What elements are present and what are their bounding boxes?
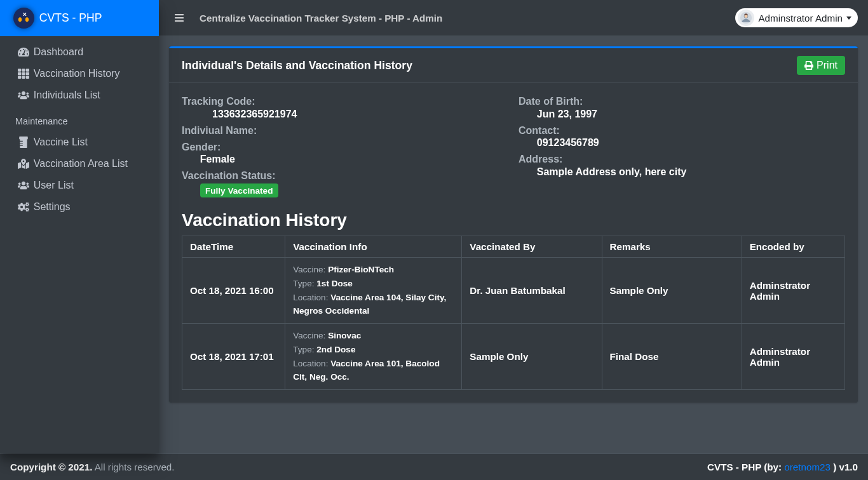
- brand-logo-icon: [13, 8, 34, 29]
- users-icon: [15, 90, 32, 101]
- th-list-icon: [15, 68, 32, 79]
- footer-app: CVTS - PHP (by:: [707, 462, 784, 472]
- name-label: Indiviual Name:: [182, 125, 508, 137]
- caret-down-icon: [846, 17, 851, 20]
- details-card: Individual's Details and Vaccination His…: [169, 46, 858, 403]
- sidebar-item-vaccination-history[interactable]: Vaccination History: [5, 63, 154, 84]
- brand-text: CVTS - PHP: [39, 10, 102, 26]
- status-badge: Fully Vaccinated: [200, 183, 278, 197]
- print-label: Print: [817, 60, 837, 71]
- nav-label: Settings: [34, 201, 71, 213]
- table-header: Vaccinated By: [462, 236, 602, 258]
- gender-value: Female: [182, 154, 508, 165]
- nav-label: User List: [34, 180, 74, 191]
- footer-copyright-rest: All rights reserved.: [92, 462, 174, 472]
- sidebar-item-individuals-list[interactable]: Individuals List: [5, 84, 154, 106]
- sidebar-item-settings[interactable]: Settings: [5, 196, 154, 218]
- tracking-label: Tracking Code:: [182, 96, 508, 107]
- contact-label: Contact:: [519, 125, 845, 137]
- table-header: Remarks: [602, 236, 742, 258]
- dashboard-icon: [15, 46, 32, 58]
- nav-label: Vaccine List: [34, 137, 88, 148]
- cell-datetime: Oct 18, 2021 16:00: [182, 258, 285, 324]
- cell-encoded: Adminstrator Admin: [742, 324, 844, 390]
- user-menu[interactable]: Adminstrator Admin: [735, 8, 858, 27]
- footer-tail: ) v1.0: [831, 462, 858, 472]
- gender-label: Gender:: [182, 142, 508, 153]
- sidebar-nav: DashboardVaccination HistoryIndividuals …: [0, 41, 159, 218]
- nav-label: Vaccination History: [34, 68, 120, 79]
- cell-remarks: Sample Only: [602, 258, 742, 324]
- address-label: Address:: [519, 154, 845, 165]
- tracking-value: 133632365921974: [182, 109, 508, 120]
- sidebar: CVTS - PHP DashboardVaccination HistoryI…: [0, 0, 159, 453]
- dob-value: Jun 23, 1997: [519, 109, 845, 120]
- nav-label: Dashboard: [34, 46, 83, 58]
- card-title: Individual's Details and Vaccination His…: [182, 59, 412, 72]
- cell-remarks: Final Dose: [602, 324, 742, 390]
- contact-value: 09123456789: [519, 137, 845, 149]
- history-title: Vaccination History: [182, 210, 845, 230]
- prescription-icon: [15, 137, 32, 148]
- sidebar-item-dashboard[interactable]: Dashboard: [5, 41, 154, 63]
- top-navbar: Centralize Vaccination Tracker System - …: [159, 0, 868, 36]
- print-button[interactable]: Print: [797, 56, 845, 75]
- table-header: DateTime: [182, 236, 285, 258]
- table-header: Encoded by: [742, 236, 844, 258]
- cell-vinfo: Vaccine: Pfizer-BioNTechType: 1st DoseLo…: [285, 258, 462, 324]
- sidebar-item-vaccination-area-list[interactable]: Vaccination Area List: [5, 153, 154, 175]
- history-table: DateTimeVaccination InfoVaccinated ByRem…: [182, 236, 845, 390]
- cell-encoded: Adminstrator Admin: [742, 258, 844, 324]
- map-marked-icon: [15, 158, 32, 170]
- nav-label: Vaccination Area List: [34, 158, 128, 170]
- cell-by: Sample Only: [462, 324, 602, 390]
- nav-label: Individuals List: [34, 90, 100, 101]
- table-row: Oct 18, 2021 16:00Vaccine: Pfizer-BioNTe…: [182, 258, 845, 324]
- avatar-icon: [738, 10, 754, 26]
- footer-copyright-strong: Copyright © 2021.: [10, 462, 92, 472]
- dob-label: Date of Birth:: [519, 96, 845, 107]
- navbar-title: Centralize Vaccination Tracker System - …: [200, 13, 442, 23]
- cell-by: Dr. Juan Batumbakal: [462, 258, 602, 324]
- user-name: Adminstrator Admin: [758, 13, 843, 23]
- status-label: Vaccination Status:: [182, 170, 508, 182]
- footer: Copyright © 2021. All rights reserved. C…: [0, 453, 868, 480]
- print-icon: [804, 61, 813, 70]
- cell-datetime: Oct 18, 2021 17:01: [182, 324, 285, 390]
- table-header: Vaccination Info: [285, 236, 462, 258]
- cogs-icon: [15, 201, 32, 213]
- cell-vinfo: Vaccine: SinovacType: 2nd DoseLocation: …: [285, 324, 462, 390]
- sidebar-item-user-list[interactable]: User List: [5, 175, 154, 196]
- content-wrapper: Centralize Vaccination Tracker System - …: [159, 0, 868, 453]
- footer-author-link[interactable]: oretnom23: [784, 462, 831, 472]
- users-icon: [15, 180, 32, 191]
- sidebar-item-vaccine-list[interactable]: Vaccine List: [5, 131, 154, 153]
- menu-toggle-icon[interactable]: [169, 8, 189, 28]
- address-value: Sample Address only, here city: [519, 166, 845, 178]
- table-row: Oct 18, 2021 17:01Vaccine: SinovacType: …: [182, 324, 845, 390]
- nav-header-maintenance: Maintenance: [5, 111, 154, 131]
- brand-link[interactable]: CVTS - PHP: [0, 0, 159, 36]
